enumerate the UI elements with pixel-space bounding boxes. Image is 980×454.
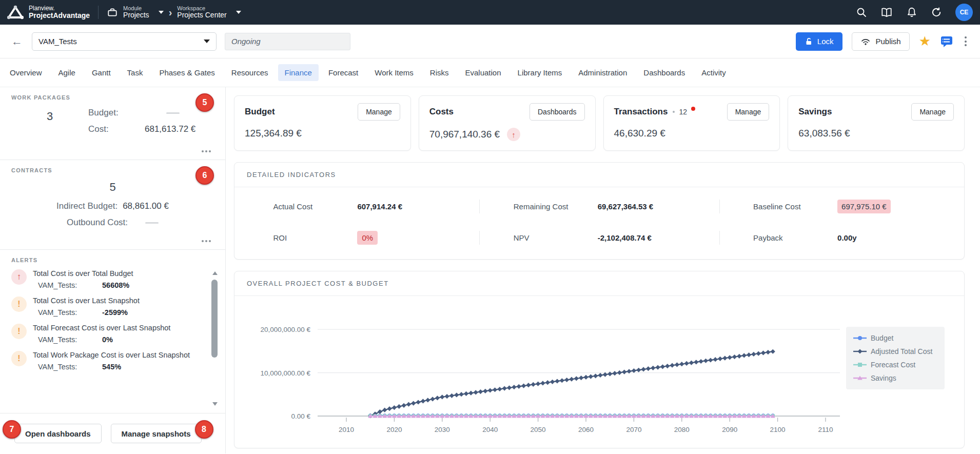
budget-value: 125,364.89 € <box>245 128 400 139</box>
notification-dot <box>691 107 695 111</box>
tab-task[interactable]: Task <box>121 64 150 81</box>
svg-text:2020: 2020 <box>386 426 402 433</box>
tab-overview[interactable]: Overview <box>3 64 49 81</box>
alert-item[interactable]: !Total Cost is over Last SnapshotVAM_Tes… <box>11 297 197 317</box>
budget-manage-button[interactable]: Manage <box>358 103 400 121</box>
publish-button[interactable]: Publish <box>852 32 909 51</box>
svg-text:2010: 2010 <box>339 426 354 433</box>
svg-text:2040: 2040 <box>482 426 498 433</box>
work-packages-title: WORK PACKAGES <box>11 94 214 101</box>
indicator-label: Actual Cost <box>273 202 339 211</box>
manage-snapshots-button[interactable]: Manage snapshots 8 <box>111 424 202 443</box>
indicator-baseline-cost: Baseline Cost697,975.10 € <box>719 200 959 213</box>
svg-text:2110: 2110 <box>818 426 833 433</box>
project-selector[interactable]: VAM_Tests <box>32 32 217 51</box>
manage-snapshots-badge[interactable]: 8 <box>195 420 213 439</box>
savings-manage-button[interactable]: Manage <box>911 103 954 121</box>
tab-evaluation[interactable]: Evaluation <box>459 64 508 81</box>
publish-signal-icon <box>860 37 871 46</box>
project-toolbar: ← VAM_Tests Ongoing Lock Publish ★ <box>0 25 980 58</box>
costs-dashboards-button[interactable]: Dashboards <box>530 103 585 121</box>
indicator-label: Baseline Cost <box>753 202 819 211</box>
chevron-down-icon[interactable] <box>236 11 241 14</box>
search-icon[interactable] <box>856 7 867 18</box>
transactions-value: 46,630.29 € <box>614 128 770 139</box>
alert-title: Total Forecast Cost is over Last Snapsho… <box>33 324 170 332</box>
indicator-roi: ROI0% <box>240 231 479 245</box>
alert-warning-icon: ! <box>11 297 27 312</box>
triangle-marker-icon <box>853 375 867 381</box>
work-packages-badge[interactable]: 5 <box>195 93 214 112</box>
separator-dot <box>673 111 675 113</box>
scroll-down-arrow-icon[interactable] <box>212 402 218 406</box>
tab-agile[interactable]: Agile <box>52 64 82 81</box>
alert-project: VAM_Tests: <box>33 363 102 371</box>
transactions-manage-button[interactable]: Manage <box>727 103 770 121</box>
back-arrow-icon[interactable]: ← <box>11 35 23 48</box>
svg-text:2050: 2050 <box>531 426 546 433</box>
topbar-divider <box>98 6 99 19</box>
module-breadcrumb[interactable]: Module Projects <box>107 5 164 19</box>
legend-adjusted-total-cost[interactable]: Adjusted Total Cost <box>853 347 937 356</box>
more-options-icon[interactable] <box>200 148 213 154</box>
brand-line2: ProjectAdvantage <box>29 12 90 19</box>
alerts-title: ALERTS <box>11 257 214 263</box>
tab-dashboards[interactable]: Dashboards <box>637 64 692 81</box>
open-dashboards-button[interactable]: 7 Open dashboards <box>14 424 102 443</box>
transactions-card: Transactions 12 Manage 46,630.29 € <box>603 95 780 151</box>
help-book-icon[interactable] <box>880 7 893 18</box>
notes-comment-icon[interactable] <box>940 35 953 48</box>
scroll-up-arrow-icon[interactable] <box>212 271 218 275</box>
indicator-value: 697,975.10 € <box>837 200 891 213</box>
tab-resources[interactable]: Resources <box>225 64 275 81</box>
tab-work-items[interactable]: Work Items <box>368 64 420 81</box>
alert-item[interactable]: !Total Forecast Cost is over Last Snapsh… <box>11 324 197 344</box>
planview-logo[interactable]: Planview. ProjectAdvantage <box>7 5 90 19</box>
alert-up-arrow-icon: ↑ <box>11 269 27 285</box>
more-options-icon[interactable] <box>200 238 213 244</box>
legend-forecast-cost[interactable]: Forecast Cost <box>853 361 937 369</box>
lock-button[interactable]: Lock <box>796 32 843 51</box>
dropdown-caret-icon <box>204 40 210 43</box>
indicator-npv: NPV-2,102,408.74 € <box>479 231 719 245</box>
more-options-kebab-icon[interactable] <box>963 34 969 48</box>
tab-administration[interactable]: Administration <box>572 64 634 81</box>
tab-finance[interactable]: Finance <box>278 64 319 81</box>
contracts-badge[interactable]: 6 <box>195 166 214 185</box>
tab-library-items[interactable]: Library Items <box>511 64 569 81</box>
user-avatar[interactable]: CE <box>955 4 973 21</box>
contracts-title: CONTRACTS <box>11 167 214 173</box>
project-status-field[interactable]: Ongoing <box>225 33 350 50</box>
alert-title: Total Cost is over Total Budget <box>33 269 133 278</box>
circle-marker-icon <box>853 335 867 341</box>
indicator-payback: Payback0.00y <box>719 231 959 245</box>
alert-value: 0% <box>102 335 113 344</box>
legend-savings[interactable]: Savings <box>853 374 937 382</box>
tab-risks[interactable]: Risks <box>423 64 456 81</box>
savings-card-title: Savings <box>798 107 832 117</box>
tab-forecast[interactable]: Forecast <box>322 64 365 81</box>
tab-gantt[interactable]: Gantt <box>85 64 117 81</box>
workspace-breadcrumb[interactable]: Workspace Projects Center <box>177 5 241 19</box>
open-dashboards-badge[interactable]: 7 <box>3 420 21 439</box>
alert-item[interactable]: ↑Total Cost is over Total BudgetVAM_Test… <box>11 269 197 289</box>
indirect-budget-row: Indirect Budget: 68,861.00 € <box>56 201 169 211</box>
empty-value-dash <box>145 222 159 224</box>
notifications-bell-icon[interactable] <box>906 7 917 18</box>
alert-item[interactable]: !Total Work Package Cost is over Last Sn… <box>11 351 197 371</box>
outbound-cost-row: Outbound Cost: <box>67 218 159 228</box>
chevron-down-icon[interactable] <box>159 11 164 14</box>
scrollbar-thumb[interactable] <box>211 280 218 358</box>
square-marker-icon <box>853 362 867 368</box>
alert-warning-icon: ! <box>11 351 27 366</box>
legend-budget[interactable]: Budget <box>853 334 937 342</box>
refresh-icon[interactable] <box>931 7 942 18</box>
tab-phases-gates[interactable]: Phases & Gates <box>152 64 221 81</box>
indicator-remaining-cost: Remaining Cost69,627,364.53 € <box>479 200 719 213</box>
tab-activity[interactable]: Activity <box>695 64 733 81</box>
favorite-star-icon[interactable]: ★ <box>919 33 931 49</box>
diamond-marker-icon <box>853 348 867 354</box>
svg-text:0.00 €: 0.00 € <box>291 412 310 420</box>
alerts-scrollbar[interactable] <box>211 271 218 406</box>
alert-title: Total Cost is over Last Snapshot <box>33 297 140 305</box>
